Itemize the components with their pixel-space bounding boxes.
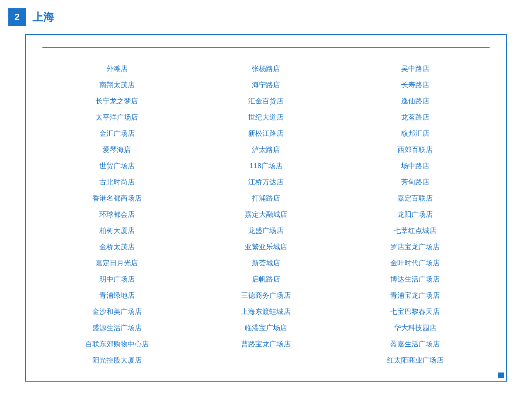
list-item: 118广场店 — [192, 158, 341, 174]
list-item: 金汇广场店 — [42, 125, 192, 142]
list-item: 逸仙路店 — [340, 93, 490, 109]
list-item: 柏树大厦店 — [42, 223, 192, 239]
city-title: 上海 — [32, 10, 54, 25]
list-item: 吴中路店 — [340, 61, 490, 77]
list-item: 博达生活广场店 — [340, 271, 490, 287]
list-item: 新荟城店 — [192, 255, 341, 271]
list-item: 龙盛广场店 — [192, 223, 341, 239]
list-item: 金桥太茂店 — [42, 239, 192, 255]
list-item: 环球都会店 — [42, 206, 192, 223]
list-item: 江桥万达店 — [192, 174, 341, 190]
list-item: 华大科技园店 — [340, 320, 490, 336]
list-item: 场中路店 — [340, 158, 490, 174]
list-item: 罗店宝龙广场店 — [340, 239, 490, 255]
list-item: 新松江路店 — [192, 125, 341, 142]
list-item: 泸太路店 — [192, 142, 341, 158]
list-item: 爱琴海店 — [42, 142, 192, 158]
list-item: 嘉定大融城店 — [192, 206, 341, 223]
list-item: 古北时尚店 — [42, 174, 192, 190]
list-item: 香港名都商场店 — [42, 190, 192, 206]
top-divider — [42, 47, 490, 48]
list-item: 嘉定百联店 — [340, 190, 490, 206]
list-item: 南翔太茂店 — [42, 77, 192, 93]
list-item: 龙茗路店 — [340, 109, 490, 125]
content-box: 外滩店 南翔太茂店 长宁龙之梦店 太平洋广场店 金汇广场店 爱琴海店 世贸广场店… — [25, 34, 507, 382]
header-section: 2 上海 — [8, 8, 524, 26]
list-item: 金叶时代广场店 — [340, 255, 490, 271]
list-item: 龙阳广场店 — [340, 206, 490, 223]
stores-column-3: 吴中路店 长寿路店 逸仙路店 龙茗路店 馥邦汇店 西郊百联店 场中路店 芳甸路店… — [340, 61, 490, 368]
number-badge: 2 — [8, 8, 26, 26]
list-item: 上海东渡蛙城店 — [192, 304, 341, 320]
stores-column-2: 张杨路店 海宁路店 汇金百货店 世纪大道店 新松江路店 泸太路店 118广场店 … — [192, 61, 341, 368]
list-item: 百联东郊购物中心店 — [42, 336, 192, 352]
list-item: 七宝巴黎春天店 — [340, 304, 490, 320]
list-item: 盛源生活广场店 — [42, 320, 192, 336]
list-item: 三德商务广场店 — [192, 287, 341, 304]
list-item: 汇金百货店 — [192, 93, 341, 109]
list-item: 芳甸路店 — [340, 174, 490, 190]
list-item: 金沙和美广场店 — [42, 304, 192, 320]
list-item: 临港宝广场店 — [192, 320, 341, 336]
list-item: 盈嘉生活广场店 — [340, 336, 490, 352]
list-item: 长宁龙之梦店 — [42, 93, 192, 109]
list-item: 七莘红点城店 — [340, 223, 490, 239]
list-item: 太平洋广场店 — [42, 109, 192, 125]
corner-marker — [498, 372, 504, 378]
list-item — [192, 352, 341, 367]
list-item: 世贸广场店 — [42, 158, 192, 174]
list-item: 明中广场店 — [42, 271, 192, 287]
list-item: 张杨路店 — [192, 61, 341, 77]
list-item: 曹路宝龙广场店 — [192, 336, 341, 352]
list-item: 海宁路店 — [192, 77, 341, 93]
list-item: 青浦宝龙广场店 — [340, 287, 490, 304]
stores-grid: 外滩店 南翔太茂店 长宁龙之梦店 太平洋广场店 金汇广场店 爱琴海店 世贸广场店… — [42, 61, 490, 368]
list-item: 打浦路店 — [192, 190, 341, 206]
list-item: 青浦绿地店 — [42, 287, 192, 304]
list-item: 世纪大道店 — [192, 109, 341, 125]
list-item: 馥邦汇店 — [340, 125, 490, 142]
list-item: 长寿路店 — [340, 77, 490, 93]
list-item: 阳光控股大厦店 — [42, 352, 192, 368]
list-item: 嘉定日月光店 — [42, 255, 192, 271]
list-item: 西郊百联店 — [340, 142, 490, 158]
list-item: 外滩店 — [42, 61, 192, 77]
list-item: 红太阳商业广场店 — [340, 352, 490, 368]
list-item: 亚繁亚乐城店 — [192, 239, 341, 255]
list-item: 启帆路店 — [192, 271, 341, 287]
page-container: 2 上海 外滩店 南翔太茂店 长宁龙之梦店 太平洋广场店 金汇广场店 爱琴海店 … — [8, 0, 524, 419]
stores-column-1: 外滩店 南翔太茂店 长宁龙之梦店 太平洋广场店 金汇广场店 爱琴海店 世贸广场店… — [42, 61, 192, 368]
